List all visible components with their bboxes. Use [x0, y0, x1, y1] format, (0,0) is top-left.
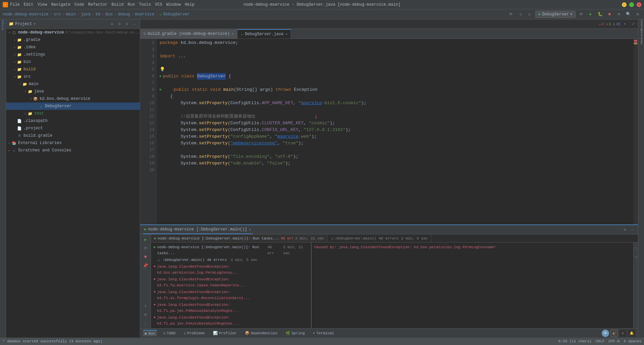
error-line-3[interactable]: ● java.lang.ClassNotFoundException: kd.f…: [154, 289, 308, 301]
breadcrumb-project[interactable]: node-debug-mservice: [3, 12, 49, 17]
menu-vcs[interactable]: VCS: [155, 2, 162, 7]
filter-button[interactable]: ⧖: [634, 253, 638, 261]
tree-item-gradle[interactable]: ▸ 📁 .gradle: [6, 36, 140, 44]
run-button[interactable]: ▶: [587, 11, 594, 18]
error-line-2[interactable]: ● java.lang.ClassNotFoundException: kd.f…: [154, 276, 308, 289]
tree-item-classpath[interactable]: ▸ 📄 .classpath: [6, 117, 140, 125]
bottom-tab-run[interactable]: ▶ Run: [143, 330, 157, 336]
tree-item-external-libs[interactable]: ▸ 📚 External Libraries: [6, 139, 140, 147]
run-settings-button[interactable]: ⚙: [622, 227, 628, 233]
tree-item-project-file[interactable]: ▸ 📄 .project: [6, 125, 140, 132]
breadcrumb-debug[interactable]: debug: [118, 12, 130, 17]
run-subtab-main[interactable]: ▶ node-debug-mservice [:DebugServer.main…: [151, 234, 328, 242]
menu-refactor[interactable]: Refactor: [88, 2, 108, 7]
stop-run-button[interactable]: ■: [142, 253, 149, 261]
minimize-button[interactable]: —: [622, 2, 627, 7]
close-button[interactable]: ✕: [637, 2, 641, 7]
panel-settings-button[interactable]: ⚙: [124, 21, 130, 27]
breadcrumb-kd[interactable]: kd: [96, 12, 100, 17]
menu-tools[interactable]: Tools: [139, 2, 151, 7]
tree-item-scratches[interactable]: ▸ ✏ Scratches and Consoles: [6, 147, 140, 154]
favorites-button[interactable]: Favorites: [639, 34, 644, 40]
tree-item-bin[interactable]: ▸ 📁 bin: [6, 58, 140, 66]
locate-file-button[interactable]: ⊕: [109, 21, 115, 27]
menu-bar[interactable]: File Edit View Navigate Code Refactor Bu…: [10, 2, 195, 7]
error-line-5[interactable]: ● java.lang.ClassNotFoundException: kd.f…: [154, 314, 308, 327]
scroll-to-end-button[interactable]: ⬇: [634, 244, 638, 252]
gear-settings-icon[interactable]: ⚙: [619, 330, 627, 337]
menu-view[interactable]: View: [38, 2, 47, 7]
bottom-tab-problems[interactable]: ⚠ Problems: [181, 330, 207, 336]
tab-close-button[interactable]: ✕: [285, 32, 287, 36]
run-subtab-debug[interactable]: ☕ :DebugServer.main() 48 errors 2 min, 5…: [328, 234, 431, 242]
menu-help[interactable]: Help: [185, 2, 195, 7]
bottom-tab-profiler[interactable]: 📊 Profiler: [211, 330, 239, 336]
error-line-1[interactable]: ● java.lang.ClassNotFoundException: kd.b…: [154, 263, 308, 276]
menu-edit[interactable]: Edit: [24, 2, 34, 7]
breadcrumb-debugserver[interactable]: DebugServer: [163, 12, 190, 17]
debug-button[interactable]: 🐛: [596, 11, 604, 18]
editor-content[interactable]: 12345 678910 1112131415 1617181920 packa…: [140, 39, 638, 224]
debug-config-selector[interactable]: ▶ DebugServer ▾: [535, 11, 576, 18]
settings-button[interactable]: ⚙: [142, 311, 149, 318]
bottom-tab-todo[interactable]: ☑ TODO: [161, 330, 177, 336]
more-options-button[interactable]: ⋮: [142, 320, 149, 327]
hide-panel-button[interactable]: —: [131, 21, 137, 27]
maximize-button[interactable]: □: [629, 2, 634, 7]
rebuild-button[interactable]: ⟳: [142, 245, 149, 252]
tree-item-main[interactable]: ▾ 📁 main: [6, 80, 140, 88]
run-minimize-button[interactable]: —: [629, 227, 635, 233]
breadcrumb-java[interactable]: java: [81, 12, 91, 17]
bottom-tab-terminal[interactable]: ▪ Terminal: [311, 331, 336, 336]
breadcrumb-mservice[interactable]: mservice: [135, 12, 155, 17]
menu-run[interactable]: Run: [127, 2, 135, 7]
menu-build[interactable]: Build: [111, 2, 123, 7]
menu-window[interactable]: Window: [166, 2, 181, 7]
coverage-button[interactable]: ⊕: [615, 11, 623, 18]
breadcrumb-main[interactable]: main: [66, 12, 76, 17]
breadcrumb-src[interactable]: src: [54, 12, 61, 17]
scroll-output-button[interactable]: ⬇: [142, 302, 149, 309]
rebuild-button[interactable]: ⟳: [578, 11, 585, 18]
tree-item-root[interactable]: ▾ ⬡ node-debug-mservice D:\cosmic\bos-de…: [6, 29, 140, 36]
error-line-4[interactable]: ● java.lang.ClassNotFoundException: kd.f…: [154, 301, 308, 314]
project-tool-button[interactable]: Project: [0, 21, 6, 26]
tree-item-build-gradle[interactable]: ▸ G build.gradle: [6, 132, 140, 139]
bottom-tab-dependencies[interactable]: 📦 Dependencies: [243, 330, 279, 336]
breadcrumb-bos[interactable]: bos: [105, 12, 113, 17]
menu-code[interactable]: Code: [74, 2, 84, 7]
menu-navigate[interactable]: Navigate: [51, 2, 70, 7]
run-error-list[interactable]: ▶ node-debug-mservice [:DebugServer.main…: [151, 243, 311, 328]
expand-editor-button[interactable]: ⤢: [629, 20, 637, 28]
run-tab-main[interactable]: ▶ node-debug-mservice [:DebugServer.main…: [143, 225, 253, 234]
tree-item-build[interactable]: ▸ 📁 build: [6, 66, 140, 73]
code-editor[interactable]: package kd.bos.debug.mservice; import ..…: [157, 39, 633, 224]
run-tab-close-button[interactable]: ✕: [249, 227, 251, 231]
structure-button[interactable]: Structure: [639, 21, 644, 26]
tree-item-java[interactable]: ▾ 📁 java: [6, 88, 140, 95]
pin-tab-button[interactable]: 📌: [142, 262, 149, 269]
tree-item-settings[interactable]: ▸ 📁 .settings: [6, 51, 140, 58]
search-everywhere-button[interactable]: 🔍: [625, 11, 632, 18]
tree-item-debugserver[interactable]: ▸ ☕ DebugServer: [6, 102, 140, 110]
tree-item-idea[interactable]: ▸ 📁 .idea: [6, 44, 140, 51]
nav-back-button[interactable]: ◁: [517, 11, 524, 18]
tree-item-package[interactable]: ▾ 📦 kd.bos.debug.mservice: [6, 95, 140, 102]
rerun-button[interactable]: ▶: [142, 236, 149, 243]
project-tree[interactable]: ▾ ⬡ node-debug-mservice D:\cosmic\bos-de…: [6, 29, 140, 338]
bottom-tab-spring[interactable]: 🌿 Spring: [283, 330, 307, 336]
settings-button[interactable]: ⚙: [634, 11, 641, 18]
collapse-all-button[interactable]: ⊟: [116, 21, 122, 27]
run-gutter-icon[interactable]: ▶: [160, 86, 162, 93]
tree-item-src[interactable]: ▾ 📁 src: [6, 73, 140, 80]
run-gutter-icon[interactable]: ▶: [160, 73, 162, 80]
tab-close-button[interactable]: ✕: [232, 32, 234, 36]
tab-build-gradle[interactable]: G build.gradle (node-debug-mservice) ✕: [140, 29, 237, 39]
notification-icon[interactable]: 🔔: [628, 330, 635, 337]
vcs-update-button[interactable]: ⟳: [507, 11, 515, 18]
menu-file[interactable]: File: [10, 2, 20, 7]
stop-button[interactable]: ■: [606, 11, 613, 18]
tree-item-test[interactable]: ▸ 📁 test: [6, 110, 140, 117]
nav-forward-button[interactable]: ▷: [526, 11, 533, 18]
tab-debugserver[interactable]: ☕ DebugServer.java ✕: [237, 29, 291, 39]
